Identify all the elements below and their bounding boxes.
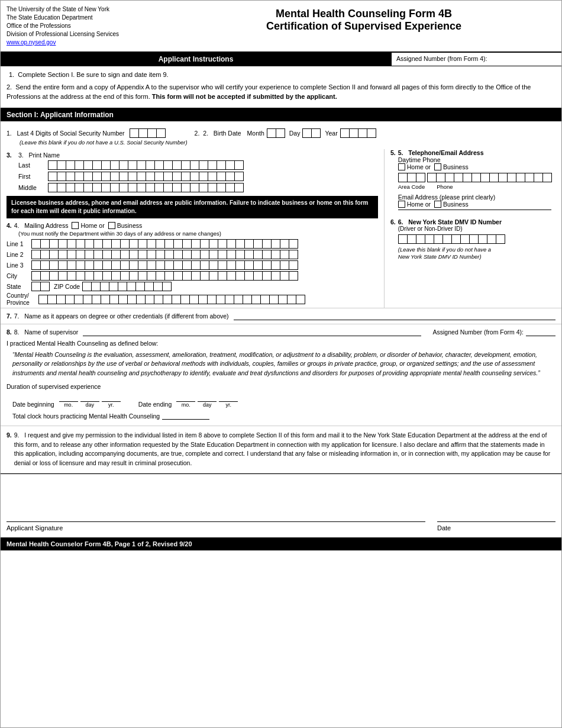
month-label: Month xyxy=(247,130,264,137)
dmv-blank-note: (Leave this blank if you do not have aNe… xyxy=(398,246,505,261)
month-cell-2[interactable] xyxy=(276,128,285,138)
website-link[interactable]: www.op.nysed.gov xyxy=(7,39,56,46)
city-cells[interactable] xyxy=(31,271,298,281)
home-mail-label: Home or xyxy=(80,222,104,229)
business-mail-checkbox[interactable] xyxy=(108,222,115,229)
assigned-number-label: Assigned Number (from Form 4): xyxy=(391,53,561,66)
month-cell-1[interactable] xyxy=(267,128,276,138)
signature-labels: Applicant Signature Date xyxy=(7,524,555,531)
mhc-definition: “Mental Health Counseling is the evaluat… xyxy=(12,350,555,378)
birth-date-label: 2. Birth Date xyxy=(203,130,241,137)
day-label: Day xyxy=(289,130,301,137)
business-phone-checkbox[interactable] xyxy=(434,163,441,170)
dmv-cells[interactable] xyxy=(398,234,505,244)
last-label: Last xyxy=(18,162,48,169)
total-clock-input[interactable] xyxy=(162,411,209,420)
end-mo-input[interactable] xyxy=(176,394,195,402)
first-name-row: First xyxy=(7,172,378,181)
ssn-cell-1[interactable] xyxy=(130,128,139,138)
day-cell-1[interactable] xyxy=(302,128,312,138)
org-line2: The State Education Department xyxy=(7,14,172,22)
yr2-label: yr. xyxy=(226,402,232,408)
ssn-cell-3[interactable] xyxy=(147,128,157,138)
begin-yr-input[interactable] xyxy=(102,394,121,402)
zip-label: ZIP Code xyxy=(54,283,80,290)
day-cell-2[interactable] xyxy=(311,128,321,138)
item9-text: 9. I request and give my permission to t… xyxy=(14,431,555,468)
business-email-checkbox[interactable] xyxy=(434,201,441,208)
assigned-number2-label: Assigned Number (from Form 4): xyxy=(433,328,524,336)
supervisor-name-input[interactable] xyxy=(83,328,421,336)
phone-cells[interactable] xyxy=(427,173,551,182)
email-label: Email Address (please print clearly) xyxy=(398,194,551,201)
item8-num: 8. xyxy=(7,328,12,336)
year-cell-4[interactable] xyxy=(367,128,376,138)
home-mail-checkbox[interactable] xyxy=(72,222,79,229)
item8-label: 8. Name of supervisor xyxy=(14,328,79,336)
section1-header: Section I: Applicant Information xyxy=(1,108,561,121)
business-phone-label: Business xyxy=(443,163,469,170)
end-day-input[interactable] xyxy=(198,394,217,402)
year-cell-1[interactable] xyxy=(340,128,350,138)
birth-month-cells[interactable] xyxy=(267,128,285,138)
ssn-cells[interactable] xyxy=(130,128,165,138)
day2-label: day xyxy=(203,402,212,408)
item6-num: 6. xyxy=(390,218,396,226)
line2-label: Line 2 xyxy=(7,251,29,258)
mo2-label: mo. xyxy=(182,402,190,408)
last-name-row: Last xyxy=(7,160,378,170)
area-code-text-label: Area Code xyxy=(398,183,425,190)
first-label: First xyxy=(18,173,48,180)
line1-cells[interactable] xyxy=(31,239,298,249)
footer-bar: Mental Health Counselor Form 4B, Page 1 … xyxy=(1,537,561,550)
ssn-cell-2[interactable] xyxy=(138,128,148,138)
state-cells[interactable] xyxy=(31,282,49,291)
state-zip-row: State ZIP Code xyxy=(7,282,378,291)
title-line1: Mental Health Counseling Form 4B xyxy=(172,8,555,20)
home-email-checkbox[interactable] xyxy=(398,201,405,208)
country-cells[interactable] xyxy=(38,295,305,304)
date-sig-label: Date xyxy=(437,524,555,531)
birth-year-cells[interactable] xyxy=(340,128,376,138)
signature-line[interactable] xyxy=(7,521,425,522)
item6-section: 6. 6. New York State DMV ID Number (Driv… xyxy=(390,218,555,261)
business-mail-label: Business xyxy=(117,222,143,229)
applicant-instructions-header: Applicant Instructions xyxy=(1,53,391,66)
item5-num: 5. xyxy=(390,149,396,156)
first-name-cells[interactable] xyxy=(48,172,243,181)
begin-day-input[interactable] xyxy=(80,394,99,402)
line2-cells[interactable] xyxy=(31,250,298,259)
end-yr-input[interactable] xyxy=(219,394,238,402)
total-clock-section: Total clock hours practicing Mental Heal… xyxy=(12,411,555,420)
year-cell-3[interactable] xyxy=(358,128,367,138)
daytime-phone-label: Daytime Phone xyxy=(398,156,551,163)
last-name-cells[interactable] xyxy=(48,160,243,170)
dmv-note: (Driver or Non-Driver ID) xyxy=(398,226,505,232)
date-beginning-label: Date beginning xyxy=(12,401,54,408)
practiced-text: I practiced Mental Health Counseling as … xyxy=(7,340,555,347)
zip-cells[interactable] xyxy=(82,282,171,291)
item6-label: 6. New York State DMV ID Number xyxy=(398,218,505,226)
ssn-cell-4[interactable] xyxy=(156,128,166,138)
item8-section: 8. 8. Name of supervisor Assigned Number… xyxy=(1,324,561,426)
home-phone-label: Home or xyxy=(407,163,431,170)
date-line[interactable] xyxy=(437,521,555,522)
assigned-number2-input[interactable] xyxy=(526,328,555,336)
line3-cells[interactable] xyxy=(31,260,298,270)
home-phone-checkbox[interactable] xyxy=(398,163,405,170)
total-clock-label: Total clock hours practicing Mental Heal… xyxy=(12,413,160,420)
begin-mo-input[interactable] xyxy=(59,394,78,402)
right-column: 5. 5. Telephone/Email Address Daytime Ph… xyxy=(384,149,555,308)
middle-name-row: Middle xyxy=(7,183,378,192)
item7-input[interactable] xyxy=(234,312,555,320)
org-line3: Office of the Professions xyxy=(7,22,172,30)
year-cell-2[interactable] xyxy=(349,128,358,138)
duration-label: Duration of supervised experience xyxy=(7,383,555,390)
signature-space xyxy=(7,480,555,504)
birth-day-cells[interactable] xyxy=(302,128,320,138)
item5-section: 5. 5. Telephone/Email Address Daytime Ph… xyxy=(390,149,555,214)
area-code-cells[interactable] xyxy=(398,173,425,182)
mailing-label: 4. Mailing Address xyxy=(14,222,69,229)
item4-num: 4. xyxy=(7,222,12,229)
middle-name-cells[interactable] xyxy=(48,183,243,192)
